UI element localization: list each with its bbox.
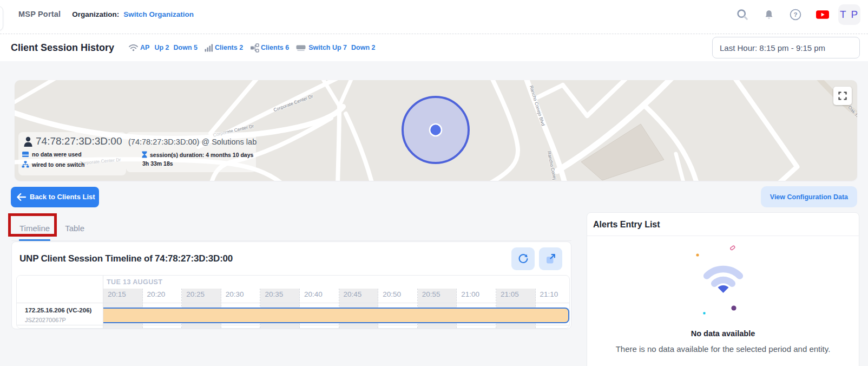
ap-stats[interactable]: AP Up 2 Down 5	[128, 43, 198, 52]
timeline-card-actions	[511, 247, 562, 270]
top-bar: MSP Portal Organization: Switch Organiza…	[0, 0, 868, 34]
no-data-title: No data available	[587, 329, 859, 338]
brand-title: MSP Portal	[18, 10, 61, 18]
switch-stats[interactable]: Switch Up 7 Down 2	[296, 44, 375, 51]
time-tick-label: 20:45	[344, 290, 362, 298]
wireless-clients-count: Clients 2	[215, 44, 243, 51]
topology-icon	[250, 43, 259, 53]
wifi-ap-icon	[128, 43, 139, 52]
time-tick-label: 21:05	[501, 290, 519, 298]
ap-down-count: Down 5	[174, 44, 198, 51]
search-icon[interactable]	[737, 9, 748, 21]
signal-bars-icon	[205, 44, 213, 52]
timeline-section: Timeline Table UNP Client Session Timeli…	[11, 213, 571, 329]
page-header: Client Session History AP Up 2 Down 5 Cl…	[0, 34, 868, 61]
open-in-new-icon	[545, 253, 557, 265]
device-serial: JSZ20270067P	[25, 317, 66, 323]
youtube-icon[interactable]	[816, 9, 829, 21]
client-title-row: 74:78:27:3D:3D:00	[23, 135, 122, 147]
open-in-new-button[interactable]	[539, 247, 562, 270]
switch-icon	[296, 44, 306, 51]
alerts-section: Alerts Entry List No data available Ther…	[587, 212, 859, 366]
no-data-wifi-illustration	[680, 244, 766, 316]
time-range-selector[interactable]: Last Hour: 8:15 pm - 9:15 pm	[712, 37, 860, 58]
time-tick-label: 21:00	[461, 290, 479, 298]
notifications-bell-icon[interactable]	[763, 9, 775, 21]
road-label: Corporate Center Dr	[273, 93, 314, 113]
alerts-empty-state: No data available There is no data avail…	[587, 244, 859, 354]
time-tick-label: 20:15	[108, 290, 126, 298]
timeline-card-header: UNP Client Session Timeline of 74:78:27:…	[12, 242, 571, 275]
session-bar[interactable]	[103, 308, 569, 323]
timeline-date-header: TUE 13 AUGUST	[107, 278, 162, 286]
content-columns: Timeline Table UNP Client Session Timeli…	[11, 213, 859, 366]
road-label: Rancho Conejo Blvd	[529, 85, 546, 127]
svg-text:?: ?	[793, 11, 797, 18]
switch-down-count: Down 2	[351, 44, 375, 51]
tab-table[interactable]: Table	[65, 224, 84, 240]
wired-clients-count: Clients 6	[261, 44, 289, 51]
ap-up-count: Up 2	[154, 44, 169, 51]
session-duration-row: session(s) duration: 4 months 10 days	[142, 151, 253, 158]
action-row: Back to Clients List View Configuration …	[11, 186, 857, 207]
time-tick-label: 20:25	[186, 290, 205, 298]
timeline-chart[interactable]: TUE 13 AUGUST 20:1520:2020:2520:3020:352…	[16, 275, 570, 329]
avatar[interactable]: T P	[838, 4, 860, 25]
timeline-device-cell: 172.25.16.206 (VC-206) JSZ20270067P	[17, 276, 103, 328]
timeline-card: UNP Client Session Timeline of 74:78:27:…	[11, 241, 571, 329]
timeline-row-divider	[17, 303, 569, 303]
time-tick-label: 20:35	[265, 290, 283, 298]
data-usage-icon	[22, 151, 29, 158]
location-map[interactable]: Corporate Center Dr Corporate Center Dr …	[15, 80, 857, 181]
data-usage-text: no data were used	[32, 151, 82, 158]
view-configuration-button[interactable]: View Configuration Data	[761, 186, 857, 207]
switch-up-count: Switch Up 7	[308, 44, 347, 51]
page-title: Client Session History	[11, 42, 114, 54]
organization-label: Organization:	[72, 10, 119, 18]
person-icon	[23, 136, 33, 147]
session-duration-text: session(s) duration: 4 months 10 days	[150, 152, 253, 158]
wired-clients-stats[interactable]: Clients 6	[250, 43, 289, 53]
timeline-card-title: UNP Client Session Timeline of 74:78:27:…	[19, 253, 233, 264]
collapsed-nav-stub[interactable]	[0, 6, 3, 31]
no-data-message: There is no data available for the selec…	[587, 344, 859, 354]
time-tick-label: 20:40	[304, 290, 323, 298]
time-tick-label: 20:30	[226, 290, 244, 298]
refresh-button[interactable]	[511, 247, 535, 270]
alerts-card: Alerts Entry List No data available Ther…	[587, 212, 859, 366]
client-location-marker[interactable]	[403, 97, 469, 163]
wired-text: wired to one switch	[32, 161, 84, 168]
time-tick-label: 21:10	[540, 290, 558, 298]
left-arrow-icon	[17, 193, 26, 201]
wired-row: wired to one switch	[22, 161, 84, 168]
fullscreen-icon	[838, 92, 847, 100]
help-icon[interactable]: ?	[790, 9, 801, 21]
wireless-clients-stats[interactable]: Clients 2	[205, 44, 243, 52]
time-tick-label: 20:50	[383, 290, 401, 298]
back-to-clients-button[interactable]: Back to Clients List	[11, 187, 99, 207]
back-button-label: Back to Clients List	[30, 193, 95, 201]
map-building	[581, 124, 664, 180]
client-mac-title: 74:78:27:3D:3D:00	[36, 135, 122, 147]
organization-link[interactable]: Switch Organization	[123, 10, 194, 18]
data-usage-row: no data were used	[22, 151, 82, 158]
tab-bar: Timeline Table	[11, 213, 571, 241]
tab-timeline[interactable]: Timeline	[19, 224, 50, 240]
alerts-card-title: Alerts Entry List	[587, 213, 859, 236]
time-tick-label: 20:55	[422, 290, 440, 298]
map-fullscreen-button[interactable]	[833, 87, 852, 105]
wired-switch-icon	[22, 161, 29, 168]
timeline-row-divider-2	[17, 325, 569, 325]
ap-label: AP	[140, 44, 149, 51]
road-label: Oak Tr	[847, 104, 857, 119]
entity-stats: AP Up 2 Down 5 Clients 2 Clients 6 Switc…	[128, 43, 375, 53]
hourglass-icon	[142, 151, 147, 158]
session-duration-text-2: 3h 33m 18s	[142, 160, 173, 167]
refresh-icon	[517, 253, 529, 265]
time-tick-label: 20:20	[147, 290, 166, 298]
client-location-text: (74:78:27:3D:3D:00) @ Solutions lab	[128, 138, 257, 146]
device-name: 172.25.16.206 (VC-206)	[25, 307, 91, 313]
topbar-actions: ? T P	[737, 0, 860, 29]
